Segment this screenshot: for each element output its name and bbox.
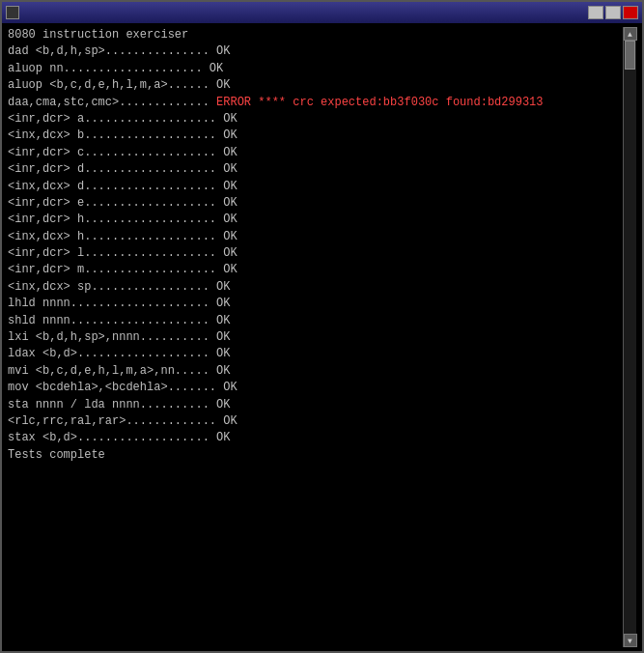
- terminal-line: lxi <b,d,h,sp>,nnnn.......... OK: [8, 329, 623, 346]
- line-label: 8080 instruction exerciser: [8, 27, 188, 43]
- terminal-line: daa,cma,stc,cmc>............. ERROR ****…: [8, 95, 623, 111]
- line-status: OK: [223, 413, 237, 430]
- terminal-line: <inr,dcr> d................... OK: [8, 161, 623, 178]
- line-status: OK: [223, 380, 237, 396]
- line-pad: [216, 245, 223, 262]
- terminal-line: ldax <b,d>................... OK: [8, 346, 623, 362]
- line-label: mvi <b,c,d,e,h,l,m,a>,nn.....: [8, 363, 210, 380]
- titlebar-buttons: [588, 6, 638, 19]
- line-status: OK: [216, 77, 230, 94]
- line-status: OK: [216, 430, 230, 446]
- line-status: OK: [223, 161, 237, 178]
- line-status: OK: [223, 262, 237, 278]
- line-pad: [216, 195, 223, 212]
- line-label: <inx,dcx> sp.................: [8, 279, 210, 296]
- scroll-down-button[interactable]: ▼: [624, 634, 637, 647]
- terminal-line: <rlc,rrc,ral,rar>............. OK: [8, 413, 623, 430]
- line-pad: [216, 179, 223, 195]
- titlebar: [2, 2, 642, 23]
- terminal-line: <inx,dcx> d................... OK: [8, 179, 623, 195]
- scrollbar: ▲ ▼: [623, 27, 636, 647]
- line-status: OK: [216, 296, 230, 312]
- window-icon: [6, 6, 19, 19]
- line-pad: [210, 430, 216, 446]
- line-label: daa,cma,stc,cmc>.............: [8, 95, 210, 111]
- line-pad: [216, 111, 223, 128]
- terminal-line: shld nnnn.................... OK: [8, 313, 623, 329]
- line-label: aluop <b,c,d,e,h,l,m,a>......: [8, 77, 210, 94]
- line-status: OK: [223, 245, 237, 262]
- scroll-track: [624, 41, 636, 634]
- line-status: OK: [223, 195, 237, 212]
- titlebar-left: [6, 6, 23, 19]
- line-status: OK: [216, 346, 230, 362]
- line-status: OK: [216, 313, 230, 329]
- terminal-line: <inr,dcr> c................... OK: [8, 145, 623, 161]
- line-label: aluop nn....................: [8, 61, 203, 77]
- terminal-line: aluop nn.................... OK: [8, 61, 623, 77]
- line-pad: [210, 363, 216, 380]
- line-label: stax <b,d>...................: [8, 430, 210, 446]
- line-pad: [216, 413, 223, 430]
- terminal-line: stax <b,d>................... OK: [8, 430, 623, 446]
- line-pad: [203, 61, 210, 77]
- line-pad: [210, 77, 216, 94]
- terminal-line: <inr,dcr> a................... OK: [8, 111, 623, 128]
- line-label: <inx,dcx> d...................: [8, 179, 216, 195]
- line-status: OK: [223, 179, 237, 195]
- terminal-line: sta nnnn / lda nnnn.......... OK: [8, 397, 623, 413]
- terminal-content: 8080 instruction exerciserdad <b,d,h,sp>…: [2, 23, 642, 651]
- terminal-line: 8080 instruction exerciser: [8, 27, 623, 43]
- line-status: OK: [223, 128, 237, 144]
- line-label: lhld nnnn....................: [8, 296, 210, 312]
- line-label: <rlc,rrc,ral,rar>.............: [8, 413, 216, 430]
- line-status: OK: [210, 61, 223, 77]
- line-label: Tests complete: [8, 447, 105, 464]
- close-button[interactable]: [623, 6, 638, 19]
- terminal-line: mvi <b,c,d,e,h,l,m,a>,nn..... OK: [8, 363, 623, 380]
- terminal-line: <inr,dcr> m................... OK: [8, 262, 623, 278]
- terminal-line: <inr,dcr> l................... OK: [8, 245, 623, 262]
- line-label: lxi <b,d,h,sp>,nnnn..........: [8, 329, 210, 346]
- line-pad: [216, 212, 223, 228]
- line-status: OK: [216, 363, 230, 380]
- scroll-thumb[interactable]: [625, 41, 635, 70]
- line-pad: [210, 43, 216, 60]
- line-pad: [210, 329, 216, 346]
- terminal-line: aluop <b,c,d,e,h,l,m,a>...... OK: [8, 77, 623, 94]
- minimize-button[interactable]: [588, 6, 603, 19]
- line-pad: [216, 380, 223, 396]
- line-label: <inr,dcr> h...................: [8, 212, 216, 228]
- line-status: OK: [223, 145, 237, 161]
- line-pad: [216, 262, 223, 278]
- line-pad: [210, 397, 216, 413]
- line-status: OK: [223, 212, 237, 228]
- line-label: <inr,dcr> c...................: [8, 145, 216, 161]
- line-pad: [216, 145, 223, 161]
- maximize-button[interactable]: [605, 6, 621, 19]
- line-pad: [216, 128, 223, 144]
- line-label: <inx,dcx> h...................: [8, 229, 216, 245]
- line-label: <inr,dcr> e...................: [8, 195, 216, 212]
- line-label: <inr,dcr> a...................: [8, 111, 216, 128]
- terminal-line: <inx,dcx> sp................. OK: [8, 279, 623, 296]
- main-window: 8080 instruction exerciserdad <b,d,h,sp>…: [0, 0, 644, 653]
- terminal-line: <inr,dcr> h................... OK: [8, 212, 623, 228]
- line-label: <inx,dcx> b...................: [8, 128, 216, 144]
- line-pad: [216, 229, 223, 245]
- line-status: OK: [216, 279, 230, 296]
- line-status: OK: [223, 111, 237, 128]
- scroll-up-button[interactable]: ▲: [624, 27, 637, 41]
- line-pad: [210, 346, 216, 362]
- line-pad: [210, 279, 216, 296]
- terminal-line: <inx,dcx> h................... OK: [8, 229, 623, 245]
- terminal-output: 8080 instruction exerciserdad <b,d,h,sp>…: [8, 27, 623, 647]
- line-status: OK: [216, 43, 230, 60]
- line-label: shld nnnn....................: [8, 313, 210, 329]
- line-label: <inr,dcr> l...................: [8, 245, 216, 262]
- line-label: <inr,dcr> m...................: [8, 262, 216, 278]
- terminal-line: lhld nnnn.................... OK: [8, 296, 623, 312]
- line-pad: [210, 296, 216, 312]
- terminal-line: dad <b,d,h,sp>............... OK: [8, 43, 623, 60]
- terminal-line: mov <bcdehla>,<bcdehla>....... OK: [8, 380, 623, 396]
